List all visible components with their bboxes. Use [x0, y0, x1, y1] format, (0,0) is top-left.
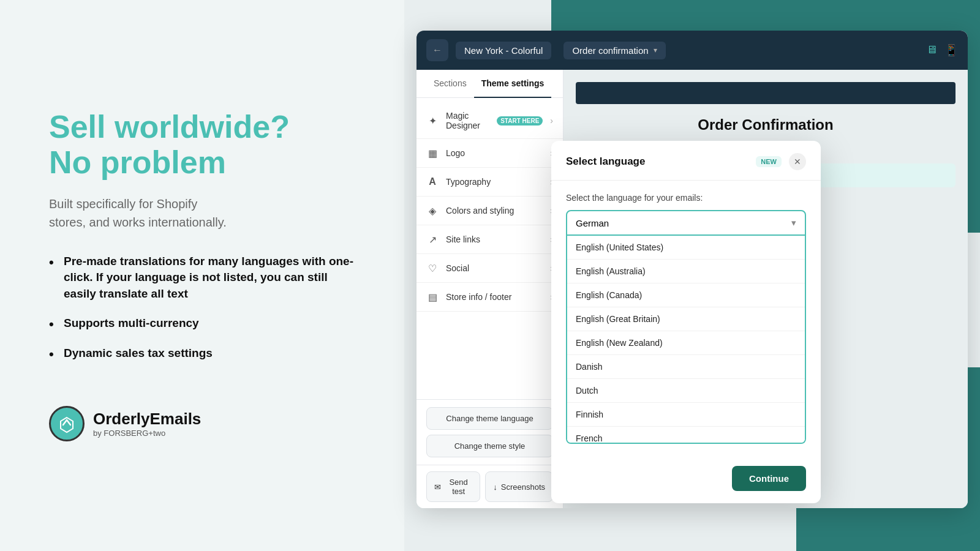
bullet-item-2: Supports multi-currency — [49, 315, 355, 332]
send-test-button[interactable]: ✉ Send test — [426, 471, 480, 502]
email-title: Order Confirmation — [576, 116, 956, 133]
sidebar-item-social[interactable]: ♡ Social › — [417, 254, 563, 283]
back-button[interactable]: ← — [426, 39, 448, 61]
app-window: ← New York - Colorful Order confirmation… — [417, 31, 968, 508]
left-panel: Sell worldwide?No problem Built specific… — [0, 0, 404, 551]
language-option[interactable]: English (Great Britain) — [567, 307, 805, 331]
modal-header: Select language NEW ✕ — [551, 141, 821, 181]
logo-text-block: OrderlyEmails by FORSBERG+two — [93, 410, 201, 438]
modal-body: Select the language for your emails: Ger… — [551, 181, 821, 456]
email-type-select[interactable]: Order confirmation ▾ — [564, 42, 665, 59]
email-header-bar — [576, 82, 956, 104]
sidebar-arrow-icon: › — [550, 116, 553, 126]
select-language-modal: Select language NEW ✕ Select the languag… — [551, 141, 821, 503]
bullet-item-1: Pre-made translations for many languages… — [49, 253, 355, 302]
site-links-icon: ↗ — [426, 233, 439, 246]
language-option[interactable]: Finnish — [567, 403, 805, 427]
view-icons: 🖥 📱 — [926, 43, 958, 57]
tab-theme-settings[interactable]: Theme settings — [474, 70, 552, 98]
logo-name: OrderlyEmails — [93, 410, 201, 429]
continue-button[interactable]: Continue — [732, 466, 806, 491]
modal-footer: Continue — [551, 456, 821, 503]
language-option[interactable]: English (Australia) — [567, 260, 805, 283]
screenshots-button[interactable]: ↓ Screenshots — [485, 471, 553, 502]
sidebar-item-store-info[interactable]: ▤ Store info / footer › — [417, 283, 563, 312]
modal-new-badge: NEW — [756, 156, 782, 167]
change-theme-style-button[interactable]: Change theme style — [426, 435, 553, 457]
sidebar-item-logo-label: Logo — [446, 148, 543, 158]
send-test-icon: ✉ — [434, 482, 441, 492]
sidebar-item-magic-designer[interactable]: ✦ Magic Designer START HERE › — [417, 103, 563, 139]
language-option[interactable]: French — [567, 427, 805, 444]
screenshots-label: Screenshots — [501, 482, 545, 492]
sidebar-item-colors-label: Colors and styling — [446, 206, 543, 216]
language-option[interactable]: Danish — [567, 355, 805, 379]
sidebar-item-typography-label: Typography — [446, 177, 543, 187]
magic-designer-icon: ✦ — [426, 114, 439, 127]
logo-menu-icon: ▦ — [426, 147, 439, 159]
dropdown-arrow-icon: ▾ — [791, 217, 796, 228]
logo-sub: by FORSBERG+two — [93, 429, 201, 438]
colors-icon: ◈ — [426, 204, 439, 217]
email-type-label: Order confirmation — [572, 45, 648, 56]
sidebar-item-logo[interactable]: ▦ Logo › — [417, 139, 563, 168]
sidebar-item-site-links[interactable]: ↗ Site links › — [417, 225, 563, 254]
tab-bar: Sections Theme settings — [417, 70, 563, 98]
sidebar-item-site-links-label: Site links — [446, 234, 543, 244]
sidebar-item-typography[interactable]: A Typography › — [417, 168, 563, 197]
store-name-label: New York - Colorful — [456, 42, 551, 59]
sidebar-item-store-info-label: Store info / footer — [446, 292, 543, 302]
store-info-icon: ▤ — [426, 291, 439, 303]
bullet-item-3: Dynamic sales tax settings — [49, 345, 355, 362]
language-option[interactable]: English (New Zealand) — [567, 331, 805, 355]
sidebar-items: ✦ Magic Designer START HERE › ▦ Logo › A — [417, 98, 563, 399]
magic-designer-badge: START HERE — [497, 116, 543, 126]
sidebar-actions: Change theme language Change theme style — [417, 399, 563, 465]
top-bar: ← New York - Colorful Order confirmation… — [417, 31, 968, 70]
send-test-label: Send test — [445, 478, 472, 496]
change-theme-language-button[interactable]: Change theme language — [426, 407, 553, 430]
back-icon: ← — [432, 45, 442, 56]
screenshots-icon: ↓ — [493, 482, 497, 492]
language-option[interactable]: English (Canada) — [567, 283, 805, 307]
typography-icon: A — [426, 176, 439, 188]
logo-area: OrderlyEmails by FORSBERG+two — [49, 406, 355, 441]
modal-select-container: German ▾ English (United States)English … — [566, 210, 806, 444]
sidebar-item-social-label: Social — [446, 263, 543, 273]
close-icon: ✕ — [794, 157, 801, 167]
sidebar-item-magic-designer-label: Magic Designer — [446, 111, 489, 130]
bullet-list: Pre-made translations for many languages… — [49, 253, 355, 375]
language-dropdown-list: English (United States)English (Australi… — [566, 236, 806, 444]
tab-sections[interactable]: Sections — [426, 70, 474, 98]
selected-language-value: German — [576, 218, 791, 228]
modal-language-label: Select the language for your emails: — [566, 193, 806, 203]
bottom-bar: ✉ Send test ↓ Screenshots — [417, 465, 563, 508]
language-select[interactable]: German ▾ — [566, 210, 806, 236]
desktop-view-icon[interactable]: 🖥 — [926, 43, 937, 57]
mobile-view-icon[interactable]: 📱 — [944, 43, 958, 57]
modal-close-button[interactable]: ✕ — [789, 153, 806, 170]
sidebar-item-colors[interactable]: ◈ Colors and styling › — [417, 197, 563, 225]
social-icon: ♡ — [426, 262, 439, 274]
language-option[interactable]: Dutch — [567, 379, 805, 403]
modal-title: Select language — [566, 156, 748, 168]
chevron-down-icon: ▾ — [654, 46, 657, 54]
sidebar: Sections Theme settings ✦ Magic Designer… — [417, 70, 564, 508]
logo-icon — [49, 406, 85, 441]
language-option[interactable]: English (United States) — [567, 236, 805, 260]
subtext: Built specifically for Shopifystores, an… — [49, 195, 355, 231]
headline: Sell worldwide?No problem — [49, 110, 355, 179]
right-panel: ← New York - Colorful Order confirmation… — [404, 0, 980, 551]
